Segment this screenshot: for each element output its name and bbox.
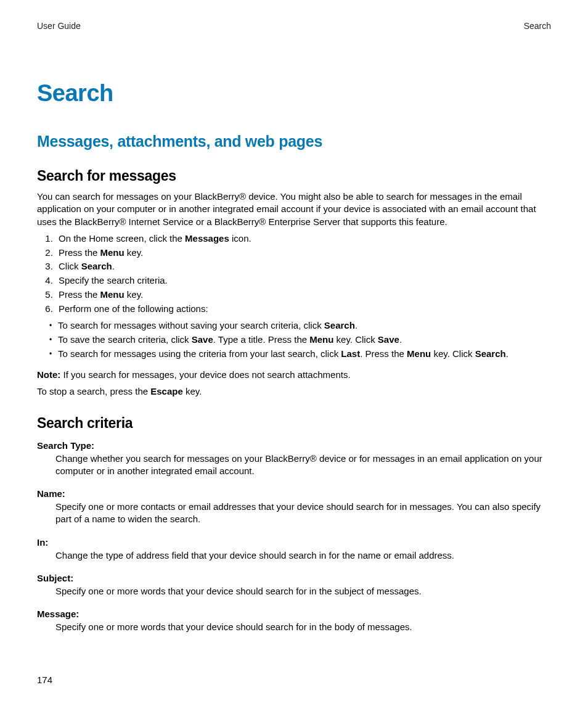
criteria-item: Subject: Specify one or more words that …: [37, 573, 551, 597]
stop-search-paragraph: To stop a search, press the Escape key.: [37, 386, 551, 396]
criteria-item: In: Change the type of address field tha…: [37, 537, 551, 562]
step-item: Press the Menu key.: [55, 246, 551, 260]
criteria-item: Name: Specify one or more contacts or em…: [37, 488, 551, 526]
step-item: Press the Menu key.: [55, 288, 551, 302]
criteria-term: Name:: [37, 488, 551, 499]
criteria-desc: Change the type of address field that yo…: [55, 549, 551, 562]
page-container: User Guide Search Search Messages, attac…: [0, 0, 588, 706]
criteria-item: Search Type: Change whether you search f…: [37, 440, 551, 478]
criteria-term: In:: [37, 537, 551, 548]
bullet-item: To save the search criteria, click Save.…: [58, 333, 551, 347]
step-item: Perform one of the following actions:: [55, 302, 551, 316]
section-heading: Messages, attachments, and web pages: [37, 133, 551, 150]
criteria-desc: Change whether you search for messages o…: [55, 453, 551, 478]
criteria-desc: Specify one or more words that your devi…: [55, 621, 551, 633]
criteria-desc: Specify one or more words that your devi…: [55, 585, 551, 597]
step-item: Specify the search criteria.: [55, 274, 551, 287]
step-item: On the Home screen, click the Messages i…: [55, 232, 551, 245]
substeps-list: To search for messages without saving yo…: [37, 319, 551, 360]
bullet-item: To search for messages without saving yo…: [58, 319, 551, 332]
header-right: Search: [524, 21, 551, 31]
header-left: User Guide: [37, 21, 81, 31]
criteria-item: Message: Specify one or more words that …: [37, 609, 551, 633]
criteria-term: Search Type:: [37, 440, 551, 451]
page-title: Search: [37, 80, 551, 107]
intro-paragraph: You can search for messages on your Blac…: [37, 191, 551, 228]
criteria-term: Message:: [37, 609, 551, 619]
criteria-term: Subject:: [37, 573, 551, 583]
note-paragraph: Note: If you search for messages, your d…: [37, 369, 551, 380]
criteria-desc: Specify one or more contacts or email ad…: [55, 501, 551, 526]
step-item: Click Search.: [55, 260, 551, 273]
criteria-list: Search Type: Change whether you search f…: [37, 440, 551, 634]
subsection-search-for-messages: Search for messages: [37, 168, 551, 184]
subsection-search-criteria: Search criteria: [37, 415, 551, 432]
steps-list: On the Home screen, click the Messages i…: [37, 232, 551, 316]
page-number: 174: [37, 675, 52, 685]
bullet-item: To search for messages using the criteri…: [58, 347, 551, 361]
page-header: User Guide Search: [37, 21, 551, 31]
